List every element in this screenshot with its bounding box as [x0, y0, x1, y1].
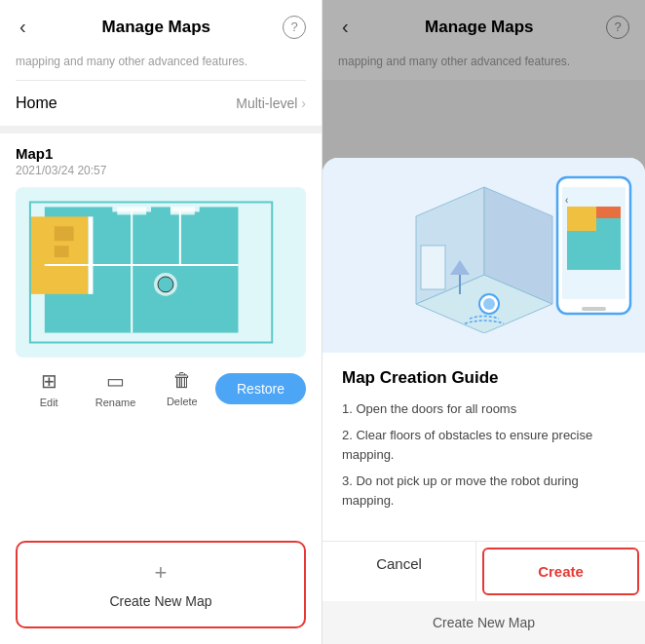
rename-icon: ▭	[106, 369, 125, 393]
modal-title: Map Creation Guide	[342, 368, 626, 388]
svg-point-23	[483, 298, 495, 310]
delete-icon: 🗑	[172, 369, 192, 392]
help-button[interactable]: ?	[283, 16, 306, 39]
plus-icon: +	[155, 560, 168, 586]
modal-overlay: ‹ Map Creation Guide 1. Open the doors f…	[322, 0, 645, 644]
modal-actions: Cancel Create	[322, 541, 645, 601]
svg-rect-3	[89, 216, 94, 293]
map-image	[16, 187, 306, 358]
modal-step-2: 2. Clear floors of obstacles to ensure p…	[342, 426, 626, 464]
map-date: 2021/03/24 20:57	[16, 164, 306, 177]
delete-button[interactable]: 🗑 Delete	[149, 369, 215, 407]
chevron-right-icon: ›	[301, 95, 306, 111]
create-new-map-button[interactable]: + Create New Map	[16, 541, 306, 628]
edit-label: Edit	[40, 397, 58, 408]
svg-text:‹: ‹	[565, 195, 568, 206]
svg-rect-13	[55, 226, 74, 241]
svg-rect-29	[596, 218, 621, 231]
modal-step-3: 3. Do not pick up or move the robot duri…	[342, 472, 626, 510]
modal-step-1: 1. Open the doors for all rooms	[342, 399, 626, 419]
map-name: Map1	[16, 145, 306, 162]
section-divider	[0, 126, 322, 133]
restore-button[interactable]: Restore	[215, 373, 306, 404]
svg-rect-9	[117, 207, 146, 214]
left-panel: ‹ Manage Maps ? mapping and many other a…	[0, 0, 322, 644]
svg-rect-28	[596, 207, 621, 218]
svg-rect-14	[55, 246, 69, 257]
svg-rect-31	[582, 307, 606, 311]
home-row[interactable]: Home Multi-level ›	[0, 81, 322, 126]
home-type: Multi-level ›	[236, 95, 306, 111]
svg-rect-30	[567, 231, 621, 270]
edit-button[interactable]: ⊞ Edit	[16, 369, 82, 408]
home-label: Home	[16, 95, 57, 112]
rename-button[interactable]: ▭ Rename	[82, 369, 148, 408]
modal-illustration: ‹	[322, 158, 645, 353]
svg-rect-19	[421, 246, 445, 289]
room-illustration-svg	[397, 177, 572, 333]
create-button[interactable]: Create	[482, 548, 639, 595]
modal-card: ‹ Map Creation Guide 1. Open the doors f…	[322, 158, 645, 602]
map-section: Map1 2021/03/24 20:57	[0, 133, 322, 533]
cancel-button[interactable]: Cancel	[322, 542, 476, 601]
edit-icon: ⊞	[41, 369, 57, 393]
svg-rect-10	[171, 207, 195, 214]
create-new-map-label: Create New Map	[109, 593, 211, 609]
right-panel: ‹ Manage Maps ? mapping and many other a…	[322, 0, 645, 644]
left-header: ‹ Manage Maps ?	[0, 0, 322, 54]
right-create-new-map-label: Create New Map	[322, 601, 645, 644]
svg-rect-27	[567, 207, 596, 231]
svg-point-12	[158, 277, 173, 292]
map-actions: ⊞ Edit ▭ Rename 🗑 Delete Restore	[16, 358, 306, 416]
sub-description: mapping and many other advanced features…	[0, 54, 322, 80]
delete-label: Delete	[167, 396, 198, 407]
back-button[interactable]: ‹	[16, 12, 30, 42]
modal-content: Map Creation Guide 1. Open the doors for…	[322, 353, 645, 534]
phone-mockup-svg: ‹	[552, 172, 635, 319]
page-title: Manage Maps	[30, 18, 283, 37]
rename-label: Rename	[95, 397, 136, 408]
